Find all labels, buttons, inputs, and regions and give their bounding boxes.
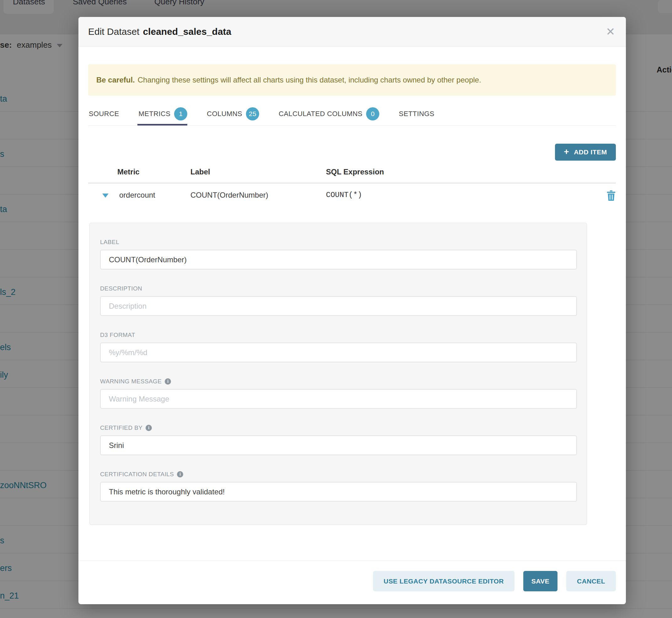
plus-icon: + — [564, 147, 569, 157]
metric-row: ordercount COUNT(OrderNumber) COUNT(*) — [78, 185, 626, 205]
trash-icon — [607, 190, 615, 201]
certification-details-field-label: CERTIFICATION DETAILS i — [100, 470, 577, 479]
info-icon[interactable]: i — [146, 425, 152, 431]
metrics-count-badge: 1 — [174, 107, 187, 120]
warning-message-field-label: WARNING MESSAGE i — [100, 377, 577, 386]
certified-by-input[interactable] — [100, 435, 577, 455]
warning-message-input[interactable] — [100, 389, 577, 409]
close-icon[interactable]: ✕ — [603, 24, 618, 39]
metrics-table-divider — [88, 183, 616, 184]
field-d3-format: D3 FORMAT — [100, 331, 577, 362]
certification-details-input[interactable] — [100, 482, 577, 502]
tab-source-label: SOURCE — [89, 110, 119, 118]
collapse-caret-icon[interactable] — [102, 194, 109, 198]
tab-calculated-columns-label: CALCULATED COLUMNS — [279, 110, 362, 118]
dataset-name: cleaned_sales_data — [143, 26, 231, 37]
modal-title: Edit Dataset cleaned_sales_data — [88, 17, 231, 46]
label-input[interactable] — [100, 250, 577, 270]
d3-format-field-label: D3 FORMAT — [100, 331, 577, 339]
field-description: DESCRIPTION — [100, 285, 577, 316]
certified-by-label-text: CERTIFIED BY — [100, 424, 142, 431]
metric-detail-panel: LABEL DESCRIPTION D3 FORMAT WARNING MESS… — [89, 223, 587, 525]
metrics-table-header: Metric Label SQL Expression — [78, 165, 626, 180]
save-button[interactable]: SAVE — [523, 571, 558, 591]
use-legacy-datasource-editor-button[interactable]: USE LEGACY DATASOURCE EDITOR — [373, 571, 514, 591]
info-icon[interactable]: i — [165, 378, 171, 385]
field-certification-details: CERTIFICATION DETAILS i — [100, 470, 577, 502]
add-item-label: ADD ITEM — [574, 148, 607, 156]
certified-by-field-label: CERTIFIED BY i — [100, 424, 577, 432]
label-field-label: LABEL — [100, 238, 577, 246]
tab-calculated-columns[interactable]: CALCULATED COLUMNS 0 — [279, 102, 379, 126]
tab-source[interactable]: SOURCE — [89, 102, 119, 126]
add-item-button[interactable]: + ADD ITEM — [555, 144, 616, 161]
metric-name: ordercount — [119, 185, 155, 205]
field-label: LABEL — [100, 238, 577, 270]
metric-column-header: Metric — [117, 168, 139, 176]
description-field-label: DESCRIPTION — [100, 285, 577, 293]
columns-count-badge: 25 — [246, 107, 259, 120]
description-input[interactable] — [100, 296, 577, 316]
footer-divider — [78, 560, 626, 561]
dataset-editor-tabs: SOURCE METRICS 1 COLUMNS 25 CALCULATED C… — [89, 102, 435, 126]
warning-banner-bold: Be careful. — [96, 76, 135, 84]
calculated-columns-count-badge: 0 — [366, 107, 379, 120]
field-certified-by: CERTIFIED BY i — [100, 424, 577, 455]
info-icon[interactable]: i — [177, 471, 183, 478]
edit-dataset-modal: Edit Dataset cleaned_sales_data ✕ Be car… — [78, 17, 626, 604]
label-column-header: Label — [190, 168, 210, 176]
tabs-divider — [88, 125, 616, 126]
modal-title-prefix: Edit Dataset — [88, 26, 139, 37]
sql-expression-column-header: SQL Expression — [326, 168, 384, 176]
delete-metric-button[interactable] — [605, 190, 617, 201]
warning-banner: Be careful. Changing these settings will… — [88, 64, 616, 96]
tab-columns-label: COLUMNS — [207, 110, 242, 118]
tab-metrics-label: METRICS — [139, 110, 171, 118]
warning-banner-text: Changing these settings will affect all … — [138, 76, 481, 84]
metric-sql-expression: COUNT(*) — [326, 185, 362, 205]
modal-header: Edit Dataset cleaned_sales_data ✕ — [78, 17, 626, 47]
certification-details-label-text: CERTIFICATION DETAILS — [100, 471, 174, 478]
tab-metrics[interactable]: METRICS 1 — [139, 102, 188, 126]
tab-settings[interactable]: SETTINGS — [399, 102, 434, 126]
metric-label: COUNT(OrderNumber) — [190, 185, 268, 205]
screen: Datasets Saved Queries Query History se:… — [0, 0, 672, 618]
cancel-button[interactable]: CANCEL — [566, 571, 616, 591]
d3-format-input[interactable] — [100, 342, 577, 362]
field-warning-message: WARNING MESSAGE i — [100, 377, 577, 409]
warning-message-label-text: WARNING MESSAGE — [100, 378, 162, 385]
tab-columns[interactable]: COLUMNS 25 — [207, 102, 259, 126]
modal-footer: USE LEGACY DATASOURCE EDITOR SAVE CANCEL — [78, 571, 626, 591]
tab-settings-label: SETTINGS — [399, 110, 434, 118]
